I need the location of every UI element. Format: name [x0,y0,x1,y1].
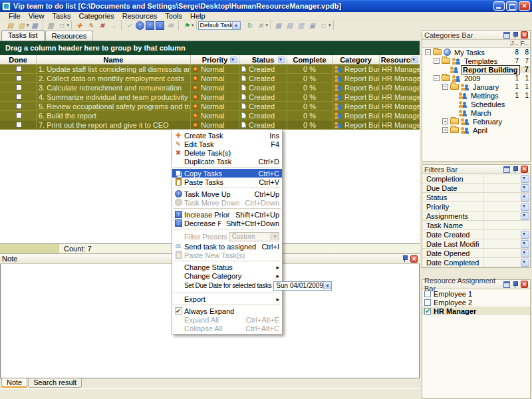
menu-item-send-task-to-assigned-resource[interactable]: ✉Send task to assigned resourceCtrl+I [172,242,282,251]
filter-value[interactable] [483,221,530,229]
chevron-down-icon[interactable] [323,282,331,289]
filter-value[interactable] [483,193,521,201]
table-row[interactable]: 1. Update staff list considering all dis… [0,65,420,74]
tree-item-february[interactable]: +February [422,117,530,126]
filter-value[interactable] [483,211,521,220]
toggle-resource-bar-icon[interactable]: ▥ [296,21,306,30]
menu-view[interactable]: View [25,12,49,21]
filter-value[interactable] [483,230,521,239]
filter-row-date-created[interactable]: Date Created [422,230,530,239]
filter-dropdown-icon[interactable] [278,57,285,63]
tab-search-result[interactable]: Search result [28,378,82,388]
decrease-priority-icon[interactable]: ↓ [156,21,164,30]
task-view-combo[interactable]: Default Task V [198,21,241,30]
menu-resources[interactable]: Resources [118,12,162,21]
due-date-combo[interactable]: Sun 04/01/2009 [273,281,332,291]
tree-item-mettings[interactable]: Mettings11 [422,91,530,100]
menu-item-export[interactable]: Export▸ [172,295,282,303]
filter-value[interactable] [483,258,521,267]
filter-row-date-opened[interactable]: Date Opened [422,249,530,258]
pin-icon[interactable] [513,32,518,39]
delete-view-icon[interactable]: ✖ [256,21,266,30]
chevron-down-icon[interactable]: ▾ [192,23,194,28]
column-header-priority[interactable]: Priority [191,55,239,64]
send-task-icon[interactable]: → [108,21,118,30]
filter-value[interactable] [483,174,521,183]
filter-value[interactable] [483,202,521,211]
filter-dropdown-icon[interactable] [521,203,529,211]
filter-dropdown-icon[interactable] [411,57,418,63]
filter-row-assignments[interactable]: Assignments [422,211,530,221]
filter-dropdown-icon[interactable] [521,184,529,192]
filter-dropdown-icon[interactable] [521,259,529,267]
column-header-name[interactable]: Name [37,55,191,64]
expand-icon[interactable]: + [442,118,448,124]
menu-help[interactable]: Help [186,12,209,21]
done-checkbox[interactable] [16,66,22,72]
resource-item-employee-1[interactable]: Employee 1 [422,289,530,298]
filter-dropdown-icon[interactable] [521,240,529,248]
filter-dropdown-icon[interactable] [521,194,529,201]
close-icon[interactable] [410,255,418,263]
filter-row-priority[interactable]: Priority [422,202,530,211]
table-row[interactable]: 7. Print out the report and give it to C… [0,120,420,130]
send-mail-icon[interactable]: ✉ [166,21,176,30]
close-button[interactable] [519,1,530,11]
print-preview-icon[interactable]: □ [57,21,67,30]
filter-row-due-date[interactable]: Due Date [422,184,530,193]
toggle-search-bar-icon[interactable]: □ [319,21,329,30]
resource-item-hr-manager[interactable]: HR Manager [422,307,530,315]
filter-row-completion[interactable]: Completion [422,174,530,184]
print-icon[interactable]: ▥ [46,21,56,30]
done-checkbox[interactable] [16,94,22,100]
tree-item-my-tasks[interactable]: −My Tasks88 [422,48,530,57]
create-task-icon[interactable]: ✚ [74,21,84,30]
chevron-down-icon[interactable]: ▾ [27,23,29,28]
chevron-down-icon[interactable]: ▾ [266,23,269,28]
filter-row-task-name[interactable]: Task Name [422,221,530,230]
table-row[interactable]: 3. Calculate retrenchment and remunerati… [0,83,420,92]
float-panel-icon[interactable] [503,281,510,288]
collapse-icon[interactable]: − [442,84,448,90]
pin-icon[interactable] [402,255,408,262]
expand-icon[interactable]: + [442,127,448,133]
done-checkbox[interactable] [16,75,22,81]
filter-value[interactable] [483,239,521,248]
chevron-down-icon[interactable]: ▾ [67,23,70,28]
resource-checkbox[interactable] [424,299,431,306]
filter-dropdown-icon[interactable] [521,175,529,183]
tree-item-april[interactable]: +April [422,126,530,134]
filter-row-date-completed[interactable]: Date Completed [422,258,530,267]
tree-item-2009[interactable]: −200911 [422,74,530,82]
column-header-category[interactable]: Category [332,55,380,64]
done-checkbox[interactable] [16,84,22,90]
menu-item-edit-task[interactable]: ✎Edit TaskF4 [172,140,282,148]
menu-item-delete-task-s-[interactable]: ✖Delete Task(s) [172,148,282,157]
restore-button[interactable] [506,1,517,11]
tree-item-schedules[interactable]: Schedules [422,100,530,108]
column-header-done[interactable]: Done [0,55,37,64]
menu-item-copy-tasks[interactable]: Copy TasksCtrl+C [172,169,282,178]
collapse-icon[interactable]: − [434,58,440,64]
chevron-down-icon[interactable] [232,22,240,29]
filter-dropdown-icon[interactable] [521,249,529,257]
save-file-icon[interactable]: ▦ [30,21,40,30]
tree-item-march[interactable]: March [422,108,530,117]
delete-task-icon[interactable]: ✖ [97,21,107,30]
filter-row-status[interactable]: Status [422,193,530,202]
edit-task-icon[interactable]: ✎ [86,21,96,30]
done-checkbox[interactable] [16,122,22,128]
close-icon[interactable] [521,281,528,288]
toggle-categories-bar-icon[interactable]: ▦ [273,21,283,30]
done-checkbox[interactable] [16,103,22,109]
pin-icon[interactable] [513,281,518,288]
new-file-icon[interactable]: ▤ [5,21,15,30]
menu-file[interactable]: File [5,12,25,21]
menu-item-decrease-priority[interactable]: ↓Decrease PriorityShift+Ctrl+Down [172,219,282,227]
menu-item-paste-tasks[interactable]: Paste TasksCtrl+V [172,178,282,186]
menu-item-duplicate-task[interactable]: Duplicate TaskCtrl+D [172,157,282,166]
tree-item-january[interactable]: −January11 [422,82,530,91]
table-row[interactable]: 6. Build the report Normal Created 0 % R… [0,111,420,120]
filter-value[interactable] [483,249,521,257]
resource-item-employee-2[interactable]: Employee 2 [422,298,530,307]
